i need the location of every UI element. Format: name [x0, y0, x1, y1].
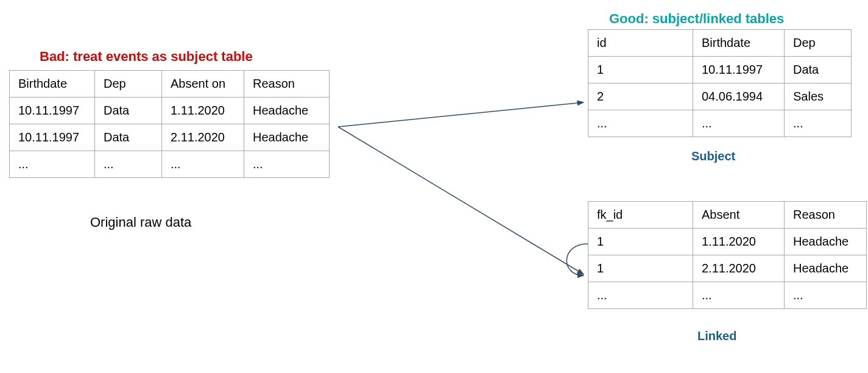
col-header: Dep	[785, 30, 852, 57]
cell: Headache	[244, 124, 330, 151]
cell: ...	[244, 151, 330, 178]
cell: 1.11.2020	[693, 229, 785, 255]
col-header: Reason	[244, 71, 330, 98]
col-header: Birthdate	[10, 71, 95, 98]
title-bad: Bad: treat events as subject table	[40, 49, 253, 65]
left-table: Birthdate Dep Absent on Reason 10.11.199…	[9, 70, 330, 178]
cell: ...	[162, 151, 244, 178]
table-row: 1 2.11.2020 Headache	[588, 255, 867, 282]
caption-linked: Linked	[697, 329, 736, 343]
cell: 1	[588, 255, 693, 282]
cell: 1	[588, 57, 693, 83]
table-row: 10.11.1997 Data 2.11.2020 Headache	[10, 124, 330, 151]
cell: 10.11.1997	[10, 98, 95, 124]
col-header: Absent on	[162, 71, 244, 98]
cell: Headache	[785, 229, 867, 255]
table-row: ... ... ...	[588, 110, 852, 137]
cell: ...	[693, 110, 785, 137]
cell: ...	[10, 151, 95, 178]
cell: 1.11.2020	[162, 98, 244, 124]
table-row: 1 1.11.2020 Headache	[588, 229, 867, 255]
linked-table: fk_id Absent Reason 1 1.11.2020 Headache…	[588, 201, 867, 309]
table-header-row: id Birthdate Dep	[588, 30, 852, 57]
table-row: 1 10.11.1997 Data	[588, 57, 852, 83]
subject-table: id Birthdate Dep 1 10.11.1997 Data 2 04.…	[588, 29, 852, 137]
cell: 1	[588, 229, 693, 255]
cell: Headache	[244, 98, 330, 124]
table-row: ... ... ... ...	[10, 151, 330, 178]
cell: Sales	[785, 83, 852, 110]
cell: 2	[588, 83, 693, 110]
arrow-self-loop	[566, 244, 588, 275]
table-row: 2 04.06.1994 Sales	[588, 83, 852, 110]
cell: ...	[588, 110, 693, 137]
cell: ...	[785, 110, 852, 137]
table-header-row: Birthdate Dep Absent on Reason	[10, 71, 330, 98]
col-header: Birthdate	[693, 30, 785, 57]
cell: 10.11.1997	[10, 124, 95, 151]
title-good: Good: subject/linked tables	[609, 11, 784, 27]
cell: 2.11.2020	[162, 124, 244, 151]
cell: Headache	[785, 255, 867, 282]
col-header: fk_id	[588, 202, 693, 229]
arrow-to-subject	[338, 102, 584, 127]
cell: Data	[785, 57, 852, 83]
cell: ...	[95, 151, 162, 178]
table-row: ... ... ...	[588, 282, 867, 309]
col-header: Reason	[785, 202, 867, 229]
cell: Data	[95, 98, 162, 124]
arrow-to-linked	[338, 127, 584, 274]
cell: ...	[693, 282, 785, 309]
caption-original-raw-data: Original raw data	[90, 215, 191, 230]
cell: 2.11.2020	[693, 255, 785, 282]
cell: Data	[95, 124, 162, 151]
table-row: 10.11.1997 Data 1.11.2020 Headache	[10, 98, 330, 124]
caption-subject: Subject	[691, 149, 735, 163]
col-header: Absent	[693, 202, 785, 229]
cell: ...	[588, 282, 693, 309]
table-header-row: fk_id Absent Reason	[588, 202, 867, 229]
diagram-canvas: Bad: treat events as subject table Good:…	[0, 0, 868, 373]
col-header: Dep	[95, 71, 162, 98]
cell: 10.11.1997	[693, 57, 785, 83]
cell: ...	[785, 282, 867, 309]
col-header: id	[588, 30, 693, 57]
cell: 04.06.1994	[693, 83, 785, 110]
